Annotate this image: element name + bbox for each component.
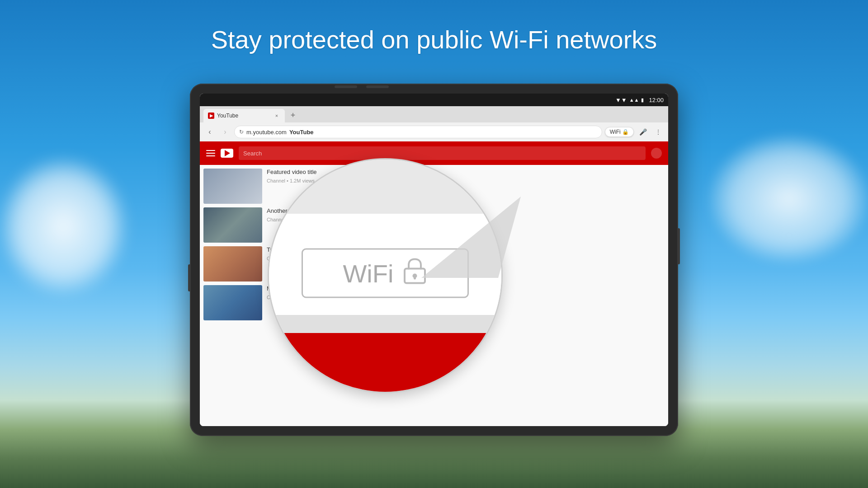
tablet-button-left	[335, 85, 357, 88]
youtube-header-avatar[interactable]	[651, 148, 662, 159]
status-bar: ▼▼ ▲▲ ▮ 12:00	[200, 94, 668, 106]
video-item-4[interactable]: More recommended content Channel • 780K …	[203, 285, 665, 320]
video-item-1[interactable]: Featured video title Channel • 1.2M view…	[203, 169, 665, 204]
tablet: ▼▼ ▲▲ ▮ 12:00 ▶ YouTube ×	[190, 84, 678, 436]
youtube-logo-icon	[221, 149, 233, 158]
youtube-content: Search Featured video title Channel • 1.…	[200, 141, 668, 426]
hamburger-menu[interactable]	[206, 150, 215, 156]
signal-icon: ▲▲	[629, 97, 639, 103]
address-bar[interactable]: ↻ m.youtube.com YouTube	[234, 126, 602, 138]
youtube-play-icon	[225, 150, 230, 156]
address-url: m.youtube.com	[246, 129, 287, 136]
tablet-body: ▼▼ ▲▲ ▮ 12:00 ▶ YouTube ×	[190, 84, 678, 436]
video-info-3: Trending video content Channel • 2.1M vi…	[267, 246, 665, 282]
tab-title: YouTube	[217, 113, 270, 119]
video-thumbnail-4	[203, 285, 262, 320]
tablet-side-button-right	[677, 228, 680, 264]
back-button[interactable]: ‹	[203, 126, 216, 138]
youtube-search-placeholder: Search	[243, 150, 262, 157]
video-meta-3: Channel • 2.1M views	[267, 256, 665, 261]
tab-bar: ▶ YouTube × +	[200, 106, 668, 122]
video-item-2[interactable]: Another video for you Channel • 450K vie…	[203, 207, 665, 243]
video-meta-2: Channel • 450K views	[267, 217, 665, 222]
tab-favicon: ▶	[208, 113, 214, 119]
tab-favicon-icon: ▶	[210, 113, 213, 118]
status-icons: ▼▼ ▲▲ ▮ 12:00	[615, 97, 664, 103]
video-title-4: More recommended content	[267, 285, 665, 293]
menu-icon: ⋮	[655, 128, 661, 136]
video-info-2: Another video for you Channel • 450K vie…	[267, 207, 665, 243]
video-info-1: Featured video title Channel • 1.2M view…	[267, 169, 665, 204]
video-thumbnail-3	[203, 246, 262, 282]
address-site: YouTube	[289, 129, 314, 136]
menu-button[interactable]: ⋮	[652, 126, 665, 138]
video-title-1: Featured video title	[267, 169, 665, 176]
video-meta-4: Channel • 780K views	[267, 295, 665, 300]
wifi-badge[interactable]: WiFi 🔒	[605, 127, 634, 137]
forward-icon: ›	[224, 128, 226, 136]
youtube-video-list: Featured video title Channel • 1.2M view…	[200, 165, 668, 324]
browser-tab[interactable]: ▶ YouTube ×	[203, 109, 285, 122]
new-tab-button[interactable]: +	[287, 109, 299, 122]
video-title-3: Trending video content	[267, 246, 665, 254]
page-title: Stay protected on public Wi-Fi networks	[0, 25, 868, 54]
mic-button[interactable]: 🎤	[637, 126, 649, 138]
forward-button[interactable]: ›	[219, 126, 231, 138]
cloud-left	[0, 158, 127, 294]
tablet-side-button-left	[188, 264, 191, 291]
cloud-right	[710, 136, 868, 262]
battery-icon: ▮	[641, 97, 644, 103]
back-icon: ‹	[208, 128, 211, 136]
video-thumbnail-2	[203, 207, 262, 243]
tablet-button-right	[366, 85, 389, 88]
video-title-2: Another video for you	[267, 207, 665, 215]
video-thumbnail-1	[203, 169, 262, 204]
video-info-4: More recommended content Channel • 780K …	[267, 285, 665, 320]
tab-close-button[interactable]: ×	[273, 112, 280, 119]
youtube-header: Search	[200, 141, 668, 165]
mic-icon: 🎤	[639, 128, 647, 136]
video-item-3[interactable]: Trending video content Channel • 2.1M vi…	[203, 246, 665, 282]
status-time: 12:00	[649, 97, 664, 103]
hamburger-line	[206, 155, 215, 156]
hamburger-line	[206, 153, 215, 154]
video-meta-1: Channel • 1.2M views	[267, 178, 665, 183]
hamburger-line	[206, 150, 215, 151]
browser-chrome: ▶ YouTube × + ‹ › ↻	[200, 106, 668, 141]
tablet-screen: ▼▼ ▲▲ ▮ 12:00 ▶ YouTube ×	[200, 94, 668, 426]
reload-icon: ↻	[239, 129, 244, 135]
youtube-search-bar[interactable]: Search	[239, 146, 646, 160]
wifi-badge-label: WiFi 🔒	[610, 129, 629, 135]
address-bar-row: ‹ › ↻ m.youtube.com YouTube WiFi 🔒 🎤	[200, 122, 668, 141]
wifi-status-icon: ▼▼	[615, 97, 627, 103]
